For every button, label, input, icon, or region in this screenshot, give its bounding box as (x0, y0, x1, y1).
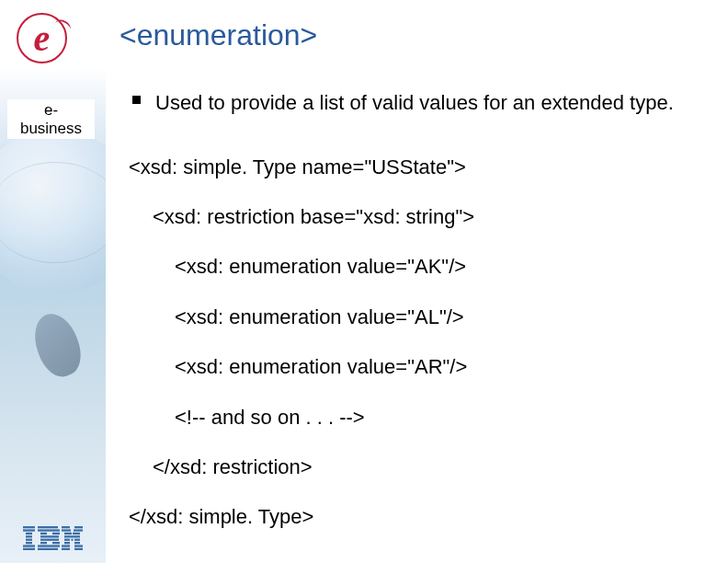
code-line: </xsd: restriction> (153, 455, 710, 479)
svg-rect-16 (38, 545, 60, 546)
svg-rect-20 (62, 529, 71, 531)
code-line: <xsd: enumeration value="AR"/> (175, 355, 710, 379)
code-line: <xsd: enumeration value="AL"/> (175, 305, 710, 329)
bullet-text: Used to provide a list of valid values f… (155, 89, 674, 117)
svg-rect-17 (38, 548, 58, 550)
code-line: <xsd: enumeration value="AK"/> (175, 255, 710, 279)
svg-rect-15 (52, 542, 60, 544)
svg-rect-5 (26, 542, 32, 544)
ibm-logo-icon (23, 526, 83, 550)
sidebar: e e- business (0, 0, 106, 563)
bullet-icon (132, 96, 141, 104)
slide-title: <enumeration> (119, 18, 710, 52)
svg-rect-1 (23, 529, 35, 531)
svg-rect-0 (23, 526, 35, 528)
mouse-decor (27, 307, 87, 382)
svg-rect-26 (72, 539, 74, 541)
svg-rect-12 (40, 535, 59, 537)
svg-rect-6 (23, 545, 35, 546)
svg-rect-32 (62, 548, 70, 550)
code-block: <xsd: simple. Type name="USState"> <xsd:… (119, 155, 710, 530)
svg-rect-18 (62, 526, 70, 528)
svg-rect-3 (26, 535, 32, 537)
ebusiness-label: e- business (7, 99, 95, 139)
svg-rect-4 (26, 539, 32, 541)
svg-rect-11 (52, 533, 60, 534)
svg-rect-30 (62, 545, 70, 546)
svg-rect-9 (38, 529, 60, 531)
svg-rect-29 (74, 542, 80, 544)
code-line: <xsd: restriction base="xsd: string"> (153, 205, 710, 229)
bullet-item: Used to provide a list of valid values f… (132, 89, 710, 117)
svg-rect-2 (26, 533, 32, 534)
ebusiness-logo-icon: e (17, 13, 74, 70)
svg-rect-27 (74, 539, 80, 541)
svg-rect-7 (23, 548, 35, 550)
svg-rect-23 (73, 533, 80, 534)
ebusiness-line1: e- (44, 101, 58, 119)
svg-rect-14 (40, 542, 47, 544)
svg-rect-19 (74, 526, 83, 528)
svg-rect-31 (74, 545, 83, 546)
code-line: </xsd: simple. Type> (129, 505, 710, 529)
svg-rect-25 (64, 539, 70, 541)
svg-rect-24 (64, 535, 80, 537)
svg-rect-21 (74, 529, 83, 531)
svg-rect-10 (40, 533, 47, 534)
globe-decor (0, 129, 106, 294)
ebusiness-line2: business (20, 120, 82, 137)
e-logo-char: e (17, 13, 67, 63)
svg-rect-33 (74, 548, 83, 550)
svg-rect-22 (64, 533, 72, 534)
svg-rect-8 (38, 526, 58, 528)
svg-rect-28 (64, 542, 70, 544)
code-line: <xsd: simple. Type name="USState"> (129, 155, 710, 179)
slide-content: <enumeration> Used to provide a list of … (119, 18, 710, 556)
svg-rect-13 (40, 539, 59, 541)
code-line: <!-- and so on . . . --> (175, 406, 710, 430)
